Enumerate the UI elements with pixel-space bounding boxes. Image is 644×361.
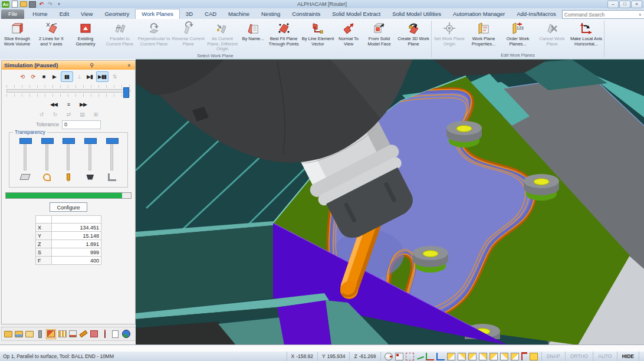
view-bottom-icon[interactable] <box>511 353 519 360</box>
save-icon[interactable] <box>29 1 36 8</box>
close-button[interactable]: × <box>631 1 642 8</box>
simulation-panel-titlebar[interactable]: Simulation (Paused) ⚲ × <box>2 61 135 70</box>
tool-library-icon[interactable] <box>58 330 67 339</box>
timeline-thumb[interactable] <box>123 87 129 98</box>
skip-to-end-icon[interactable]: ▶▮ <box>86 72 94 81</box>
tab-add-ins-macros[interactable]: Add-Ins/Macros <box>511 9 562 19</box>
tab-cad[interactable]: CAD <box>199 9 222 19</box>
best-fit-plane-through-points-button[interactable]: Best Fit Plane Through Points <box>267 20 301 47</box>
transparency-slider-head[interactable] <box>83 139 98 180</box>
pause-icon[interactable]: ▮▮ <box>61 71 73 82</box>
step-forward-icon[interactable]: ▶▶ <box>79 100 88 109</box>
configure-button[interactable]: Configure <box>50 202 87 212</box>
as-current-plane-different-origin-button[interactable]: As Current Plane, Different Origin <box>205 20 239 52</box>
tool-display-icon[interactable]: ⊥ <box>75 72 84 81</box>
simulation-mode-icon[interactable] <box>46 329 56 339</box>
world-icon[interactable] <box>121 330 130 339</box>
sort-icon[interactable]: ⇅ <box>110 72 119 81</box>
slice-through-work-volume-button[interactable]: Slice through Work Volume <box>0 20 34 47</box>
panel-close-icon[interactable]: × <box>126 63 133 68</box>
tab-work-planes[interactable]: Work Planes <box>135 9 180 19</box>
new-document-icon[interactable] <box>11 1 18 8</box>
from-solid-model-face-button[interactable]: From Solid Model Face <box>362 20 396 47</box>
simulation-timeline[interactable] <box>6 85 130 99</box>
plane-indicator-icon[interactable] <box>530 353 538 360</box>
play-pause-step-icon[interactable]: ▶▮▮ <box>96 71 109 82</box>
view-back-icon[interactable] <box>468 353 477 360</box>
reverse-current-plane-button[interactable]: Reverse Current Plane <box>171 20 205 47</box>
tab-solid-model-utilities[interactable]: Solid Model Utilities <box>386 9 447 19</box>
plumb-z-icon[interactable] <box>521 352 527 360</box>
materials-folder-icon[interactable] <box>25 330 34 339</box>
tool-change-icon[interactable] <box>68 330 77 339</box>
axes-iso-icon[interactable] <box>436 353 445 360</box>
restore-button[interactable]: □ <box>619 1 630 8</box>
step-back-icon[interactable]: ◀◀ <box>50 100 58 109</box>
snap-toggle[interactable]: SNAP <box>541 352 565 361</box>
existing-geometry-button[interactable]: Existing Geometry <box>68 20 103 47</box>
axes-xy-icon[interactable] <box>426 353 434 360</box>
fast-simulate-icon[interactable]: ⟲ <box>18 72 27 81</box>
search-chevron-icon[interactable]: ∨ <box>639 12 642 17</box>
save-state-icon[interactable]: ▤ <box>78 110 87 119</box>
tab-constraints[interactable]: Constraints <box>286 9 326 19</box>
stock-folder-icon[interactable] <box>4 330 12 339</box>
view-cube-axes-icon[interactable] <box>395 353 403 360</box>
layers-folder-icon[interactable] <box>14 330 23 339</box>
machine-icon[interactable] <box>90 330 98 339</box>
normal-to-view-button[interactable]: Normal To View <box>335 20 362 47</box>
transparency-slider-clamp[interactable] <box>104 139 120 180</box>
view-front-icon[interactable] <box>458 353 466 360</box>
play-icon[interactable]: ▶ <box>50 72 59 81</box>
hide-toggle[interactable]: HIDE <box>617 352 639 361</box>
minimize-button[interactable]: – <box>607 1 619 8</box>
view-top-icon[interactable] <box>500 353 508 360</box>
stop-icon[interactable]: ■ <box>40 72 48 81</box>
slider-thumb[interactable] <box>19 138 32 144</box>
tab-file[interactable]: File <box>1 9 24 19</box>
rotate-right-icon[interactable]: ↻ <box>51 110 60 119</box>
set-work-plane-origin-button[interactable]: Set Work Plane Origin <box>432 20 466 47</box>
fast-simulate-alt-icon[interactable]: ⟳ <box>29 72 38 81</box>
tolerance-input[interactable] <box>62 120 101 129</box>
plumb-icon[interactable] <box>100 330 109 339</box>
polyline-select-icon[interactable] <box>416 353 424 360</box>
view-left-icon[interactable] <box>479 353 487 360</box>
view-iso-icon[interactable] <box>447 353 455 360</box>
parallel-to-current-plane-button[interactable]: Parallel to Current Plane <box>103 20 137 47</box>
create-3d-work-plane-button[interactable]: Create 3D Work Plane <box>396 20 431 47</box>
view-right-icon[interactable] <box>489 353 498 360</box>
resize-grip[interactable] <box>639 352 644 361</box>
redo-icon[interactable]: ↷ <box>47 1 54 8</box>
ortho-toggle[interactable]: ORTHO <box>565 352 593 361</box>
transparency-slider-holder[interactable] <box>39 139 54 180</box>
work-plane-properties-button[interactable]: Work Plane Properties... <box>466 20 501 47</box>
cancel-work-plane-button[interactable]: Cancel Work Plane <box>535 20 569 47</box>
transparency-slider-stock[interactable] <box>17 139 32 180</box>
new-sheet-icon[interactable] <box>111 330 120 339</box>
undo-icon[interactable]: ↶ <box>38 1 45 8</box>
two-lines-xy-button[interactable]: 2 Lines for X and Y axes <box>34 20 68 47</box>
app-logo-icon[interactable]: Ac <box>2 1 9 8</box>
pin-icon[interactable]: ⚲ <box>88 63 96 68</box>
timeline-track[interactable] <box>6 89 130 93</box>
tab-edit[interactable]: Edit <box>54 9 75 19</box>
tab-automation-manager[interactable]: Automation Manager <box>447 9 511 19</box>
tab-geometry[interactable]: Geometry <box>98 9 135 19</box>
tab-3d[interactable]: 3D <box>180 9 199 19</box>
slider-thumb[interactable] <box>63 138 75 144</box>
grid-icon[interactable]: ⊞ <box>91 110 100 119</box>
tab-solid-model-extract[interactable]: Solid Model Extract <box>326 9 386 19</box>
wrench-icon[interactable] <box>79 330 88 339</box>
tab-home[interactable]: Home <box>27 9 53 19</box>
tab-view[interactable]: View <box>75 9 98 19</box>
tab-machine[interactable]: Machine <box>222 9 255 19</box>
open-folder-icon[interactable] <box>20 1 27 8</box>
zoom-window-icon[interactable] <box>406 353 414 360</box>
transparency-slider-tool[interactable] <box>61 139 76 180</box>
viewport-3d[interactable] <box>136 59 644 345</box>
make-local-axis-horizontal-button[interactable]: Make Local Axis Horizontal... <box>569 20 603 47</box>
auto-toggle[interactable]: AUTO <box>593 352 616 361</box>
swap-icon[interactable]: ⇄ <box>64 110 73 119</box>
by-name-button[interactable]: By Name... <box>239 20 267 42</box>
